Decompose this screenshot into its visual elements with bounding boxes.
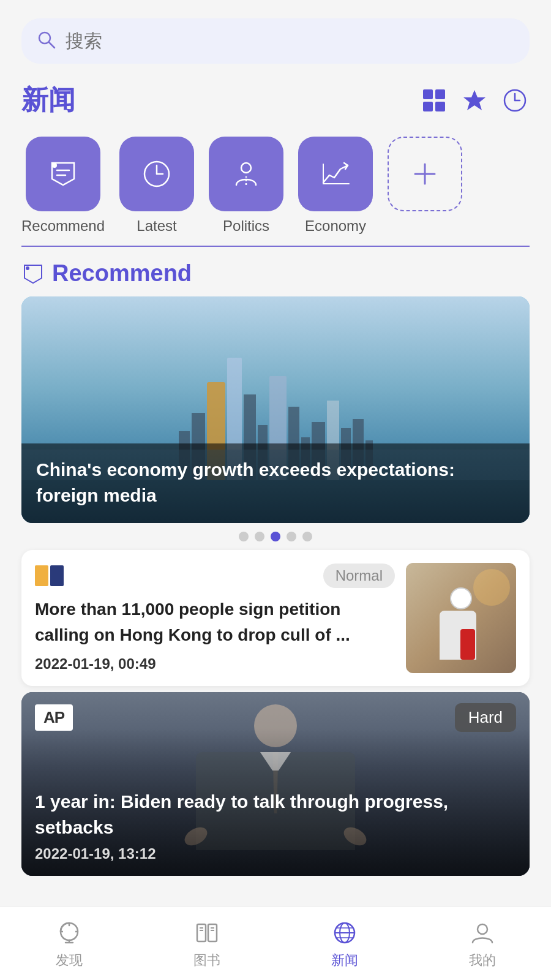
- category-economy[interactable]: Economy: [298, 137, 373, 235]
- recommend-heading-icon: [21, 262, 45, 285]
- category-tabs: Recommend Latest Politics: [0, 130, 551, 235]
- news-card-1-title: More than 11,000 people sign petition ca…: [35, 597, 395, 648]
- dot-4[interactable]: [287, 532, 296, 541]
- svg-point-14: [241, 163, 251, 173]
- svg-rect-5: [435, 102, 445, 111]
- header-actions: [419, 86, 530, 115]
- svg-point-10: [52, 163, 57, 168]
- svg-point-20: [26, 266, 29, 270]
- nav-mine[interactable]: 我的: [413, 907, 551, 980]
- mine-label: 我的: [469, 951, 496, 970]
- recommend-heading: Recommend: [0, 247, 551, 296]
- svg-marker-6: [463, 90, 485, 110]
- news-card-1-inner: Normal More than 11,000 people sign peti…: [21, 550, 530, 686]
- nav-news[interactable]: 新闻: [276, 907, 413, 980]
- ppe-figure: [440, 587, 482, 673]
- economy-label: Economy: [305, 217, 366, 235]
- svg-rect-4: [423, 102, 433, 111]
- news-card-1-date: 2022-01-19, 00:49: [35, 655, 395, 673]
- favorites-button[interactable]: [460, 86, 489, 115]
- nav-library[interactable]: 图书: [138, 907, 276, 980]
- news-card-1[interactable]: Normal More than 11,000 people sign peti…: [21, 550, 530, 686]
- search-bar: [21, 18, 530, 64]
- nav-discover[interactable]: 发现: [0, 907, 138, 980]
- page-title: 新闻: [21, 82, 75, 118]
- news-label: 新闻: [331, 951, 358, 970]
- politics-label: Politics: [223, 217, 269, 235]
- dark-card-caption: 1 year in: Biden ready to talk through p…: [21, 777, 530, 876]
- ap-logo: AP: [35, 704, 73, 731]
- search-icon: [36, 29, 57, 53]
- category-add[interactable]: [388, 137, 462, 211]
- discover-icon: [54, 918, 84, 948]
- recommend-label: Recommend: [21, 217, 105, 235]
- news-icon: [330, 918, 359, 948]
- dark-card-top: AP Hard: [35, 703, 516, 732]
- news-card-1-content: Normal More than 11,000 people sign peti…: [35, 564, 395, 673]
- dark-card-title: 1 year in: Biden ready to talk through p…: [35, 789, 516, 840]
- news-card-1-image: [406, 563, 516, 673]
- hero-carousel[interactable]: China's economy growth exceeds expectati…: [21, 296, 530, 523]
- economy-icon-box: [298, 137, 373, 211]
- politics-icon-box: [209, 137, 283, 211]
- hard-badge: Hard: [455, 703, 516, 732]
- mine-icon: [468, 918, 497, 948]
- history-button[interactable]: [500, 86, 530, 115]
- category-politics[interactable]: Politics: [209, 137, 283, 235]
- category-recommend[interactable]: Recommend: [21, 137, 105, 235]
- hero-caption: China's economy growth exceeds expectati…: [21, 443, 530, 523]
- svg-rect-24: [197, 924, 206, 941]
- dot-3[interactable]: [271, 532, 280, 541]
- svg-rect-3: [435, 89, 445, 99]
- latest-label: Latest: [137, 217, 176, 235]
- page-header: 新闻: [0, 76, 551, 130]
- svg-line-1: [49, 42, 54, 48]
- dark-card-date: 2022-01-19, 13:12: [35, 845, 516, 862]
- ppe-bg: [406, 563, 516, 673]
- svg-rect-25: [208, 924, 217, 941]
- discover-label: 发现: [56, 951, 83, 970]
- svg-rect-2: [423, 89, 433, 99]
- grid-view-button[interactable]: [419, 86, 449, 115]
- dot-5[interactable]: [302, 532, 312, 541]
- add-category-box: [388, 137, 462, 211]
- dot-2[interactable]: [255, 532, 264, 541]
- news-card-2[interactable]: AP Hard 1 year in: Biden ready to talk t…: [21, 692, 530, 876]
- source-logo-1: [35, 565, 64, 586]
- latest-icon-box: [119, 137, 194, 211]
- library-label: 图书: [193, 951, 220, 970]
- library-icon: [192, 918, 222, 948]
- bottom-nav: 发现 图书 新闻: [0, 907, 551, 980]
- news-card-1-meta: Normal: [35, 564, 395, 588]
- recommend-icon-box: [26, 137, 100, 211]
- svg-point-35: [478, 924, 487, 934]
- dot-1[interactable]: [239, 532, 249, 541]
- recommend-heading-text: Recommend: [52, 260, 192, 287]
- difficulty-badge-1: Normal: [323, 564, 395, 588]
- carousel-dots: [0, 532, 551, 541]
- category-latest[interactable]: Latest: [119, 137, 194, 235]
- search-input[interactable]: [66, 31, 515, 51]
